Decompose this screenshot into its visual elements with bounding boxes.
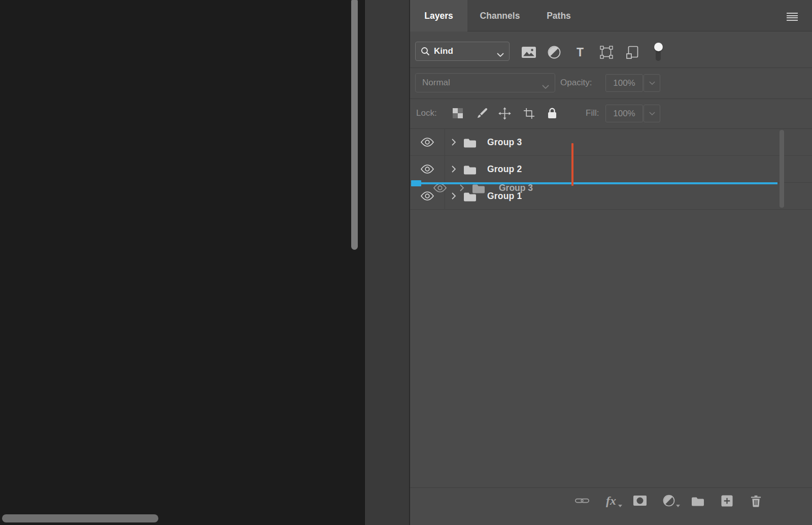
tab-channels-label: Channels [480, 11, 520, 21]
drag-ghost-layer: Group 3 [433, 177, 533, 199]
caret-down-icon [618, 505, 622, 507]
lock-pixels-brush-icon[interactable] [475, 106, 490, 121]
opacity-value-field[interactable]: 100% [605, 74, 643, 92]
caret-down-icon [676, 505, 680, 507]
type-layers-filter-icon[interactable]: T [572, 44, 588, 60]
new-adjustment-layer-icon[interactable] [662, 493, 676, 509]
lock-artboard-icon[interactable] [521, 106, 536, 121]
eye-icon [420, 138, 434, 147]
expand-chevron-icon[interactable] [451, 165, 456, 173]
fill-value-field[interactable]: 100% [605, 105, 643, 122]
group-folder-icon [463, 164, 477, 175]
eye-icon [420, 191, 434, 201]
kind-filter-label: Kind [434, 46, 453, 56]
chevron-down-icon [542, 81, 549, 91]
panel-tabstrip: Layers Channels Paths [410, 0, 812, 31]
filter-toggle[interactable] [654, 43, 663, 62]
tab-paths[interactable]: Paths [532, 0, 585, 31]
layer-name: Group 2 [487, 164, 522, 175]
new-group-folder-icon[interactable] [691, 493, 705, 509]
opacity-dropdown-button[interactable] [644, 74, 660, 92]
canvas-area[interactable] [0, 0, 364, 525]
type-glyph: T [577, 47, 584, 58]
eye-icon [420, 165, 434, 174]
lock-position-move-icon[interactable] [497, 106, 512, 121]
group-folder-icon [463, 137, 477, 148]
photoshop-workspace: Layers Channels Paths Kind [0, 0, 812, 525]
filter-row: Kind T [410, 32, 812, 68]
panel-menu-icon[interactable] [787, 13, 798, 21]
tab-layers[interactable]: Layers [410, 0, 467, 31]
canvas-vertical-scrollbar[interactable] [351, 0, 358, 250]
layer-name: Group 3 [487, 137, 522, 148]
blend-mode-dropdown[interactable]: Normal [415, 73, 555, 92]
filter-toggle-track [656, 50, 661, 61]
smart-object-filter-icon[interactable] [624, 44, 640, 60]
tab-paths-label: Paths [547, 11, 571, 21]
delete-layer-trash-icon[interactable] [749, 493, 763, 509]
blend-mode-value: Normal [422, 78, 450, 88]
lock-transparency-icon[interactable] [450, 106, 465, 121]
pixel-layers-filter-icon[interactable] [521, 44, 537, 60]
opacity-label: Opacity: [560, 78, 592, 88]
fill-value: 100% [613, 109, 635, 119]
adjustment-layers-filter-icon[interactable] [546, 44, 562, 60]
shape-layers-filter-icon[interactable] [598, 44, 615, 60]
add-layer-mask-icon[interactable] [633, 493, 647, 509]
layers-panel: Layers Channels Paths Kind [410, 0, 812, 525]
fill-dropdown-button[interactable] [644, 105, 660, 122]
search-icon [421, 47, 430, 56]
layer-effects-fx-icon[interactable]: fx [604, 493, 618, 509]
tab-layers-label: Layers [424, 11, 453, 21]
fill-label: Fill: [586, 108, 599, 118]
kind-filter-dropdown[interactable]: Kind [415, 42, 510, 61]
eye-icon [433, 183, 447, 192]
layer-list-scrollbar[interactable] [780, 130, 784, 208]
layer-row-group-3[interactable]: Group 3 [410, 129, 812, 156]
lock-all-padlock-icon[interactable] [545, 106, 560, 121]
expand-chevron-icon [459, 184, 464, 192]
lock-row: Lock: Fill: 100% [410, 99, 812, 129]
panel-gutter [364, 0, 410, 525]
link-layers-icon[interactable] [575, 493, 589, 509]
panel-bottom-bar: fx [410, 487, 812, 525]
new-layer-icon[interactable] [720, 493, 734, 509]
layer-list: Group 3 Group 2 [410, 129, 812, 211]
visibility-toggle[interactable] [410, 129, 445, 155]
filter-toggle-knob [654, 43, 663, 51]
tab-channels[interactable]: Channels [467, 0, 532, 31]
blend-row: Normal Opacity: 100% [410, 68, 812, 99]
lock-label: Lock: [416, 108, 437, 118]
drag-annotation-line [571, 143, 573, 186]
opacity-value: 100% [613, 78, 635, 88]
chevron-down-icon [497, 50, 504, 59]
expand-chevron-icon[interactable] [451, 138, 456, 146]
canvas-horizontal-scrollbar[interactable] [2, 514, 158, 522]
drop-indicator-line [412, 182, 777, 184]
fx-label: fx [606, 495, 616, 507]
